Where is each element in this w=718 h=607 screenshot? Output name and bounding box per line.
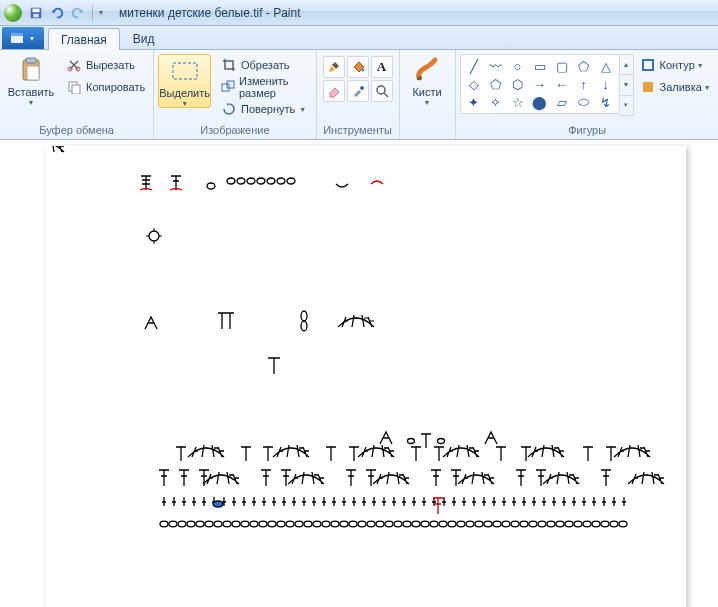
group-shapes: ╱〰○▭▢⬠△ ◇⬠⬡→←↑↓ ✦✧☆⬤▱⬭↯ ▲ ▼ ▾ Контур ▼ З… [456, 50, 719, 139]
svg-point-42 [232, 521, 240, 527]
group-brushes: Кисти ▼ [400, 50, 456, 139]
svg-rect-6 [26, 58, 36, 63]
canvas[interactable] [46, 146, 686, 607]
resize-button[interactable]: Изменить размер [217, 76, 312, 98]
svg-point-27 [287, 178, 295, 184]
shape-fill-button[interactable]: Заливка ▼ [636, 76, 715, 98]
svg-point-68 [466, 521, 474, 527]
eraser-tool[interactable] [323, 80, 345, 102]
select-button[interactable]: Выделить ▼ [158, 54, 211, 108]
paste-button[interactable]: Вставить ▼ [4, 52, 58, 106]
svg-rect-18 [643, 60, 653, 70]
chevron-down-icon: ▼ [704, 84, 711, 91]
redo-icon [71, 6, 85, 20]
cut-icon [67, 58, 81, 72]
select-label: Выделить [159, 87, 210, 99]
svg-rect-11 [72, 85, 80, 94]
svg-point-37 [187, 521, 195, 527]
tab-view[interactable]: Вид [120, 27, 168, 49]
svg-point-38 [196, 521, 204, 527]
text-tool[interactable]: A [371, 56, 393, 78]
color-picker-tool[interactable] [347, 80, 369, 102]
svg-point-35 [169, 521, 177, 527]
crop-button[interactable]: Обрезать [217, 54, 312, 76]
shapes-gallery[interactable]: ╱〰○▭▢⬠△ ◇⬠⬡→←↑↓ ✦✧☆⬤▱⬭↯ [460, 54, 620, 114]
brushes-button[interactable]: Кисти ▼ [404, 52, 451, 106]
svg-rect-4 [11, 33, 23, 36]
svg-rect-1 [33, 8, 40, 12]
svg-point-29 [301, 311, 307, 321]
ribbon-tabs: ▾ Главная Вид [0, 26, 718, 50]
svg-point-79 [565, 521, 573, 527]
crop-label: Обрезать [241, 59, 290, 71]
copy-icon [67, 80, 81, 94]
svg-rect-19 [643, 82, 653, 92]
cut-button[interactable]: Вырезать [62, 54, 149, 76]
eraser-icon [327, 84, 341, 98]
pencil-tool[interactable] [323, 56, 345, 78]
copy-label: Копировать [86, 81, 145, 93]
rotate-button[interactable]: Повернуть ▼ [217, 98, 312, 120]
svg-point-59 [385, 521, 393, 527]
svg-point-32 [438, 439, 445, 444]
group-tools-label: Инструменты [321, 123, 395, 139]
group-image-label: Изображение [158, 123, 311, 139]
eyedropper-icon [351, 84, 365, 98]
svg-point-48 [286, 521, 294, 527]
select-icon [170, 60, 200, 82]
group-shapes-label: Фигуры [460, 123, 715, 139]
file-menu-button[interactable]: ▾ [2, 27, 44, 49]
qat-save-button[interactable] [26, 3, 46, 23]
outline-icon [641, 58, 655, 72]
svg-point-55 [349, 521, 357, 527]
svg-point-20 [207, 183, 215, 189]
svg-point-15 [361, 69, 364, 72]
svg-point-70 [484, 521, 492, 527]
outline-label: Контур [660, 59, 695, 71]
tab-home[interactable]: Главная [48, 28, 120, 50]
magnifier-tool[interactable] [371, 80, 393, 102]
qat-undo-button[interactable] [47, 3, 67, 23]
qat-redo-button[interactable] [68, 3, 88, 23]
copy-button[interactable]: Копировать [62, 76, 149, 98]
pencil-icon [327, 60, 341, 74]
svg-point-82 [592, 521, 600, 527]
svg-point-47 [277, 521, 285, 527]
title-bar: ▾ митенки детские белые.tif - Paint [0, 0, 718, 26]
bucket-icon [351, 60, 365, 74]
qat-customize-button[interactable]: ▾ [95, 3, 107, 23]
svg-point-78 [556, 521, 564, 527]
group-clipboard: Вставить ▼ Вырезать Копировать Буфер обм… [0, 50, 154, 139]
svg-point-28 [149, 231, 159, 241]
fill-icon [641, 80, 655, 94]
fill-tool[interactable] [347, 56, 369, 78]
svg-point-33 [213, 501, 223, 507]
svg-point-21 [227, 178, 235, 184]
svg-point-77 [547, 521, 555, 527]
svg-point-76 [538, 521, 546, 527]
svg-point-80 [574, 521, 582, 527]
group-tools: A Инструменты [317, 50, 400, 139]
svg-point-51 [313, 521, 321, 527]
svg-rect-12 [173, 63, 197, 79]
svg-point-67 [457, 521, 465, 527]
text-icon: A [377, 59, 386, 75]
ribbon: Вставить ▼ Вырезать Копировать Буфер обм… [0, 50, 718, 140]
chevron-down-icon: ▼ [697, 62, 704, 69]
resize-icon [221, 80, 235, 94]
svg-point-53 [331, 521, 339, 527]
resize-label: Изменить размер [239, 75, 308, 99]
svg-point-25 [267, 178, 275, 184]
svg-point-17 [377, 86, 385, 94]
shapes-scroll[interactable]: ▲ ▼ ▾ [620, 54, 634, 116]
svg-point-22 [237, 178, 245, 184]
svg-point-73 [511, 521, 519, 527]
svg-point-69 [475, 521, 483, 527]
paste-icon [17, 56, 45, 84]
svg-point-58 [376, 521, 384, 527]
canvas-area [0, 140, 718, 607]
brush-icon [413, 56, 441, 84]
scroll-up-icon: ▲ [620, 55, 633, 74]
more-icon: ▾ [620, 95, 633, 115]
shape-outline-button[interactable]: Контур ▼ [636, 54, 715, 76]
